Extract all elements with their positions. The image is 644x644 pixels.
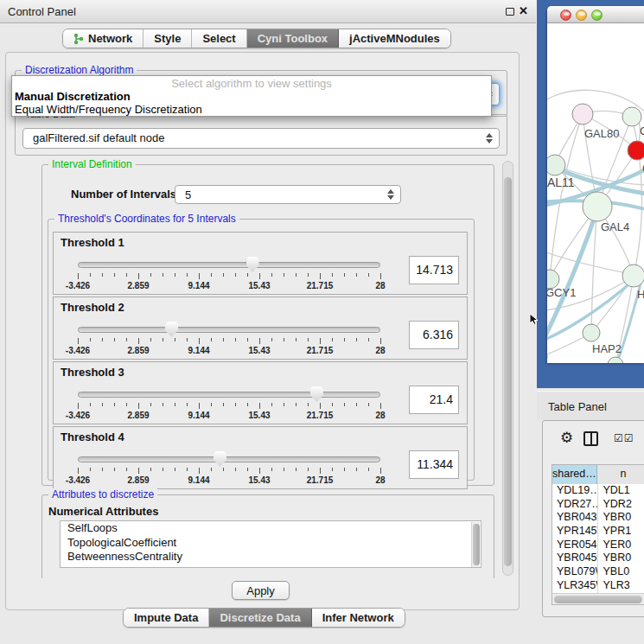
checkbox-icons[interactable]: ☑☑ (614, 432, 634, 444)
table-row[interactable]: YBR043CYBR0 (552, 511, 644, 525)
table-cell[interactable]: YER0 (598, 539, 644, 552)
zoom-traffic-light-icon[interactable] (591, 10, 603, 21)
slider-track[interactable] (78, 262, 380, 268)
slider-track[interactable] (78, 327, 380, 333)
minimize-traffic-light-icon[interactable] (576, 10, 587, 21)
table-cell[interactable]: YPR145W (552, 525, 598, 539)
network-canvas[interactable]: GAL80G.CGAL11GAL4GCY1HHAP2 (547, 24, 644, 363)
table-row[interactable]: YBL079WYBL0 (552, 565, 644, 579)
tab-select[interactable]: Select (192, 29, 246, 48)
slider-tick (223, 468, 224, 471)
table-cell[interactable]: YPR1 (598, 525, 644, 539)
tab-style[interactable]: Style (143, 29, 192, 48)
table-data-value: galFiltered.sif default node (33, 131, 164, 144)
node-attribute-table[interactable]: shared… n YDL19…YDL1YDR27…YDR2YBR043CYBR… (552, 464, 644, 605)
column-header-shared[interactable]: shared… (552, 465, 597, 484)
slider-tick (78, 468, 79, 474)
table-row[interactable]: YER054CYER0 (552, 539, 644, 552)
table-cell[interactable]: YDL1 (598, 484, 644, 498)
threshold-slider[interactable]: -3.4262.8599.14415.4321.71528 (78, 258, 380, 284)
table-cell[interactable]: YBL079W (552, 565, 598, 579)
network-node[interactable] (622, 107, 641, 126)
tab-jactivemnodules[interactable]: jActiveMNodules (339, 29, 450, 48)
network-node-label-g-: G. (640, 124, 644, 137)
close-window-icon[interactable]: ✕ (519, 4, 528, 17)
slider-thumb[interactable] (214, 451, 226, 467)
table-cell[interactable]: YBR043C (552, 511, 598, 525)
bottom-tab-impute-data[interactable]: Impute Data (124, 609, 209, 627)
apply-button[interactable]: Apply (232, 581, 290, 600)
threshold-slider[interactable]: -3.4262.8599.14415.4321.71528 (78, 453, 380, 479)
table-row[interactable]: YDL19…YDL1 (552, 484, 644, 498)
attribute-item-betweennesscentrality[interactable]: BetweennessCentrality (61, 550, 481, 564)
table-row[interactable]: YBR045CYBR0 (552, 552, 644, 565)
threshold-slider[interactable]: -3.4262.8599.14415.4321.71528 (78, 388, 380, 414)
tab-label: Select (202, 32, 235, 45)
slider-tick (187, 338, 188, 341)
network-node[interactable] (547, 155, 565, 175)
network-window-titlebar[interactable] (547, 6, 644, 23)
settings-scrollbar[interactable] (502, 161, 513, 576)
threshold-value-field[interactable]: 14.713 (409, 256, 459, 284)
attribute-item-topologicalcoefficient[interactable]: TopologicalCoefficient (61, 536, 481, 551)
algorithm-option-manual-discretization[interactable]: Manual Discretization (15, 90, 131, 103)
slider-tick-label: 28 (375, 475, 385, 485)
settings-scroll-area: Interval Definition Number of Intervals … (10, 158, 500, 578)
close-traffic-light-icon[interactable] (560, 10, 571, 21)
tab-label: Impute Data (134, 611, 198, 624)
network-node[interactable] (572, 104, 593, 124)
number-of-intervals-combobox[interactable]: 5 (175, 185, 401, 204)
network-view-frame: GAL80G.CGAL11GAL4GCY1HHAP2 (537, 0, 644, 388)
bottom-tab-discretize-data[interactable]: Discretize Data (209, 609, 311, 627)
algorithm-dropdown-popup: Select algorithm to view settings Manual… (11, 75, 492, 117)
tab-cyni-toolbox[interactable]: Cyni Toolbox (247, 29, 339, 48)
threshold-row-2: Threshold 2-3.4262.8599.14415.4321.71528… (53, 296, 468, 360)
threshold-slider[interactable]: -3.4262.8599.14415.4321.71528 (78, 323, 380, 349)
slider-tick (223, 338, 224, 341)
slider-thumb[interactable] (165, 322, 178, 337)
float-window-icon[interactable] (506, 8, 514, 16)
table-cell[interactable]: YDR2 (598, 498, 644, 512)
table-cell[interactable]: YDL19… (552, 484, 598, 498)
numerical-attributes-list[interactable]: SelfLoopsTopologicalCoefficientBetweenne… (60, 520, 481, 568)
network-node[interactable] (583, 324, 600, 341)
table-cell[interactable]: YLR345W (552, 579, 598, 593)
table-cell[interactable]: YBL0 (598, 565, 644, 579)
threshold-value-field[interactable]: 6.316 (409, 321, 459, 349)
table-horizontal-scrollbar[interactable] (552, 593, 644, 604)
table-cell[interactable]: YBR0 (598, 511, 644, 525)
tab-label: Style (154, 32, 181, 45)
slider-track[interactable] (78, 392, 380, 398)
network-node-label-gcy1: GCY1 (547, 286, 576, 299)
tab-network[interactable]: Network (63, 29, 143, 48)
slider-track[interactable] (78, 456, 380, 462)
scrollbar-thumb[interactable] (504, 177, 512, 566)
network-node[interactable] (583, 192, 612, 221)
column-header-name[interactable]: n (597, 465, 644, 484)
slider-thumb[interactable] (246, 257, 259, 272)
threshold-value-field[interactable]: 21.4 (409, 386, 459, 414)
table-row[interactable]: YDR27…YDR2 (552, 498, 644, 512)
columns-icon[interactable] (583, 431, 598, 446)
network-node[interactable] (608, 357, 623, 363)
list-scrollbar[interactable] (471, 522, 480, 567)
table-data-combobox[interactable]: galFiltered.sif default node (22, 128, 500, 149)
table-row[interactable]: YLR345WYLR3 (552, 579, 644, 593)
slider-tick (259, 468, 260, 474)
threshold-value-field[interactable]: 11.344 (409, 450, 459, 479)
table-row[interactable]: YPR145WYPR1 (552, 525, 644, 539)
network-node[interactable] (628, 141, 644, 160)
attribute-item-selfloops[interactable]: SelfLoops (61, 521, 481, 536)
network-node[interactable] (622, 265, 644, 287)
table-cell[interactable]: YLR3 (598, 579, 644, 593)
slider-tick (138, 468, 139, 474)
table-cell[interactable]: YDR27… (552, 498, 598, 512)
algorithm-option-equal-width-frequency-discretization[interactable]: Equal Width/Frequency Discretization (15, 103, 202, 116)
bottom-tab-infer-network[interactable]: Infer Network (312, 609, 405, 627)
table-cell[interactable]: YBR0 (598, 552, 644, 565)
slider-tick-label: 28 (375, 281, 385, 290)
slider-thumb[interactable] (310, 386, 323, 402)
gear-icon[interactable]: ⚙ (560, 429, 573, 447)
table-cell[interactable]: YER054C (552, 539, 598, 552)
table-cell[interactable]: YBR045C (552, 552, 598, 565)
